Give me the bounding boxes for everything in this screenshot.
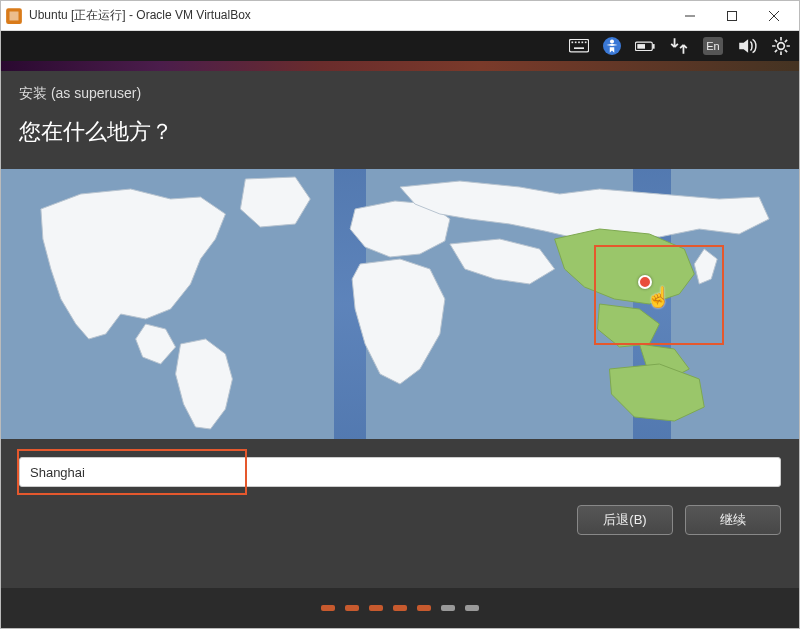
installer-header: 安装 (as superuser) xyxy=(1,71,799,111)
svg-point-9 xyxy=(610,39,614,43)
progress-dot xyxy=(369,605,383,611)
progress-dot xyxy=(345,605,359,611)
progress-dot xyxy=(393,605,407,611)
progress-dot xyxy=(465,605,479,611)
keyboard-icon[interactable] xyxy=(569,37,589,55)
location-pin xyxy=(638,275,652,289)
svg-rect-2 xyxy=(569,40,588,52)
network-icon[interactable] xyxy=(669,37,689,55)
accessibility-icon[interactable] xyxy=(603,37,621,55)
progress-dot xyxy=(417,605,431,611)
gear-icon[interactable] xyxy=(771,37,791,55)
guest-screen: En 安装 (as superuser) 您在什么地方？ xyxy=(1,31,799,628)
installer-panel: 安装 (as superuser) 您在什么地方？ xyxy=(1,71,799,588)
svg-point-13 xyxy=(778,43,785,50)
highlight-box-input xyxy=(17,449,247,495)
highlight-box-map xyxy=(594,245,724,345)
svg-rect-12 xyxy=(637,44,645,49)
back-button[interactable]: 后退(B) xyxy=(577,505,673,535)
continue-button[interactable]: 继续 xyxy=(685,505,781,535)
svg-rect-7 xyxy=(585,42,587,44)
progress-dot xyxy=(321,605,335,611)
maximize-button[interactable] xyxy=(711,2,753,30)
accent-strip xyxy=(1,61,799,71)
battery-icon[interactable] xyxy=(635,37,655,55)
volume-icon[interactable] xyxy=(737,37,757,55)
timezone-form xyxy=(1,439,799,505)
language-indicator[interactable]: En xyxy=(703,37,723,55)
virtualbox-window: Ubuntu [正在运行] - Oracle VM VirtualBox En … xyxy=(0,0,800,629)
svg-rect-8 xyxy=(574,48,584,50)
window-title: Ubuntu [正在运行] - Oracle VM VirtualBox xyxy=(29,7,669,24)
svg-rect-3 xyxy=(572,42,574,44)
progress-dot xyxy=(441,605,455,611)
ubuntu-topbar: En xyxy=(1,31,799,61)
button-row: 后退(B) 继续 xyxy=(1,505,799,553)
timezone-map[interactable]: ☝ xyxy=(1,169,799,439)
svg-rect-1 xyxy=(728,11,737,20)
svg-rect-5 xyxy=(578,42,580,44)
app-icon xyxy=(5,7,23,25)
titlebar: Ubuntu [正在运行] - Oracle VM VirtualBox xyxy=(1,1,799,31)
close-button[interactable] xyxy=(753,2,795,30)
progress-dots xyxy=(1,588,799,628)
minimize-button[interactable] xyxy=(669,2,711,30)
svg-rect-4 xyxy=(575,42,577,44)
page-title: 您在什么地方？ xyxy=(1,111,799,169)
svg-rect-11 xyxy=(653,44,655,49)
svg-rect-6 xyxy=(581,42,583,44)
